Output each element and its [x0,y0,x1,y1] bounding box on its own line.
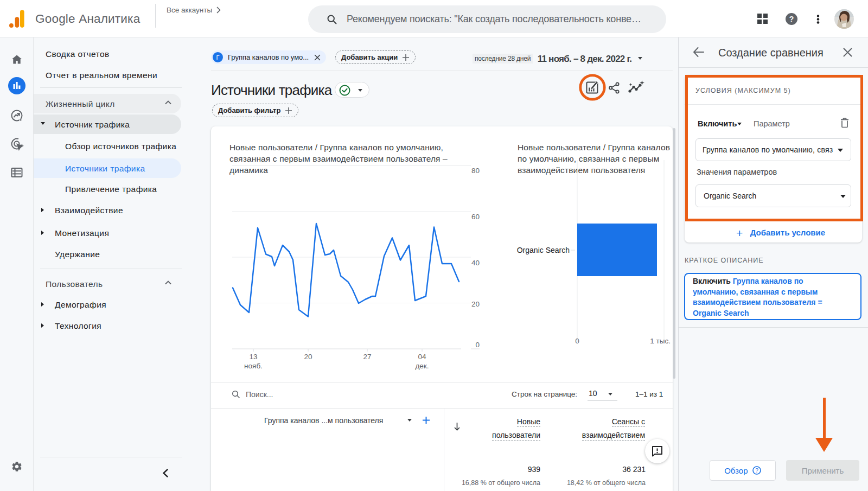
svg-text:?: ? [755,468,758,474]
svg-text:60: 60 [471,213,480,221]
svg-text:13: 13 [249,353,257,361]
svg-text:04: 04 [418,353,426,361]
svg-text:0: 0 [575,337,579,345]
svg-text:дек.: дек. [415,362,429,370]
svg-text:0: 0 [475,341,480,349]
svg-text:20: 20 [304,353,312,361]
svg-text:40: 40 [471,259,480,267]
svg-text:80: 80 [471,167,480,175]
svg-text:нояб.: нояб. [244,362,263,370]
svg-text:Organic Search: Organic Search [517,246,570,254]
svg-text:1 тыс.: 1 тыс. [650,337,671,345]
svg-text:27: 27 [363,353,371,361]
svg-text:20: 20 [471,300,480,308]
svg-text:?: ? [789,15,794,23]
